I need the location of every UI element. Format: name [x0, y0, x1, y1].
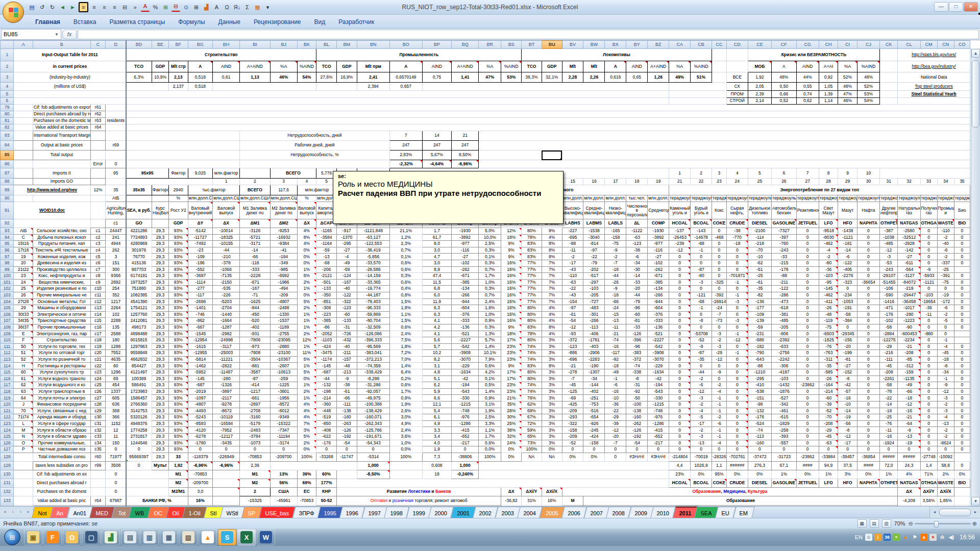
cell[interactable]: -122: [772, 286, 797, 292]
cell[interactable]: Промышленные и: [937, 202, 954, 219]
cell[interactable]: 0: [691, 311, 712, 318]
cell[interactable]: -79,403: [357, 298, 389, 305]
macro-icon[interactable]: ▦: [253, 3, 262, 12]
row-header-107[interactable]: 107: [1, 318, 14, 324]
cell[interactable]: А: [188, 61, 213, 72]
cell[interactable]: -10: [605, 395, 626, 402]
cell[interactable]: c18: [90, 337, 106, 344]
cell[interactable]: Output at basic prices: [33, 141, 91, 151]
cell[interactable]: -158: [562, 427, 583, 434]
cell[interactable]: ВСЕГО: [270, 168, 316, 179]
cell[interactable]: -14: [838, 247, 857, 254]
cell[interactable]: -176: [748, 414, 771, 421]
cell[interactable]: -12275: [880, 337, 898, 344]
cell[interactable]: -2: [712, 382, 727, 389]
cell[interactable]: -27: [336, 247, 357, 254]
cell[interactable]: Purchases on the domestic territory b: [33, 118, 91, 124]
cell[interactable]: -1462: [188, 363, 213, 369]
cell[interactable]: -210: [213, 254, 240, 260]
cell[interactable]: 0: [336, 446, 357, 453]
cell[interactable]: 93%: [169, 382, 188, 389]
cell[interactable]: -985: [270, 266, 297, 273]
cell[interactable]: 1,85%: [937, 496, 954, 505]
cell[interactable]: 16%: [501, 292, 522, 298]
cell[interactable]: -116: [648, 247, 669, 254]
cell[interactable]: -44: [626, 292, 648, 298]
cell[interactable]: -977: [452, 241, 479, 247]
cell[interactable]: 1%: [297, 324, 316, 331]
cell[interactable]: 0: [796, 363, 819, 369]
cell[interactable]: 4541390: [126, 298, 152, 305]
cell[interactable]: -62: [748, 260, 771, 266]
cell[interactable]: -66: [605, 298, 626, 305]
cell[interactable]: 2%: [297, 388, 316, 395]
cell[interactable]: -8: [626, 375, 648, 382]
column-header-BU[interactable]: BU: [542, 41, 562, 49]
cell[interactable]: -176: [316, 440, 337, 446]
cell[interactable]: 7%: [542, 279, 562, 286]
cell[interactable]: 29,3: [152, 279, 168, 286]
cell[interactable]: -132: [748, 408, 771, 414]
cell[interactable]: Услуги по торговле, тех: [33, 343, 91, 350]
cell[interactable]: -5933: [920, 273, 937, 280]
cell[interactable]: -36: [819, 266, 838, 273]
cell[interactable]: 10,2: [422, 350, 451, 357]
cell[interactable]: 29,3: [152, 311, 168, 318]
cell[interactable]: -209: [562, 434, 583, 440]
cell[interactable]: TCO: [126, 61, 152, 72]
cell[interactable]: 1,2%: [389, 234, 422, 241]
cell[interactable]: 77%: [522, 292, 542, 298]
cell[interactable]: -880: [920, 331, 937, 337]
cell[interactable]: Mlt стр: [169, 61, 188, 72]
cell[interactable]: 78%: [522, 331, 542, 337]
sheet-tab-1-Oil[interactable]: 1-Oil: [182, 507, 207, 518]
app2-taskbar-button[interactable]: ▥: [140, 529, 159, 545]
cell[interactable]: АtБ: [14, 228, 33, 235]
cell[interactable]: -333: [648, 318, 669, 324]
cell[interactable]: 0: [669, 318, 691, 324]
cell[interactable]: 29,3: [152, 434, 168, 440]
cell[interactable]: 74%: [522, 382, 542, 389]
cell[interactable]: 0,616: [605, 72, 626, 83]
cell[interactable]: 0: [954, 318, 970, 324]
cell[interactable]: 0: [954, 427, 970, 434]
cell[interactable]: -60: [819, 395, 838, 402]
cell[interactable]: c29: [90, 408, 106, 414]
cell[interactable]: -22: [605, 408, 626, 414]
cell[interactable]: 17%: [501, 369, 522, 376]
cell[interactable]: 247: [422, 141, 451, 151]
cell[interactable]: Imports GO: [33, 179, 91, 185]
cell[interactable]: 6,3: [422, 305, 451, 312]
cell[interactable]: -266: [648, 292, 669, 298]
cell[interactable]: -944: [648, 298, 669, 305]
app1-taskbar-button[interactable]: ▤: [121, 529, 139, 545]
cell[interactable]: тераджоуль,: [748, 195, 771, 202]
cell[interactable]: 62: [14, 382, 33, 389]
cell[interactable]: 8%: [542, 363, 562, 369]
cell[interactable]: 29,3: [152, 356, 168, 363]
cell[interactable]: 1%: [772, 470, 797, 479]
cell[interactable]: -483: [583, 305, 605, 312]
cell[interactable]: 16%: [188, 496, 213, 505]
cell[interactable]: ΔXi/X: [542, 487, 562, 496]
cell[interactable]: -13: [898, 434, 920, 440]
cell[interactable]: 0: [920, 434, 937, 440]
row-header-129[interactable]: 129: [1, 461, 14, 470]
cell[interactable]: [90, 470, 106, 479]
cell[interactable]: [126, 179, 213, 185]
cell[interactable]: -2: [712, 414, 727, 421]
column-header-CF[interactable]: CF: [772, 41, 797, 49]
cell[interactable]: -12: [898, 402, 920, 408]
cell[interactable]: c11: [90, 292, 106, 298]
cell[interactable]: М1 Заливка денег по: [240, 202, 271, 219]
insert-function-icon[interactable]: fx: [62, 30, 77, 39]
column-header-D[interactable]: D: [106, 41, 126, 49]
cell[interactable]: [14, 91, 126, 98]
cell[interactable]: тераджоуль,: [880, 195, 898, 202]
row-header-122[interactable]: 122: [1, 414, 14, 421]
cell[interactable]: -1: [712, 434, 727, 440]
cell[interactable]: -11221: [213, 356, 240, 363]
cell[interactable]: 1%: [297, 382, 316, 389]
cell[interactable]: Услуги сухопутного тр: [33, 369, 91, 376]
cell[interactable]: 0: [857, 446, 879, 453]
